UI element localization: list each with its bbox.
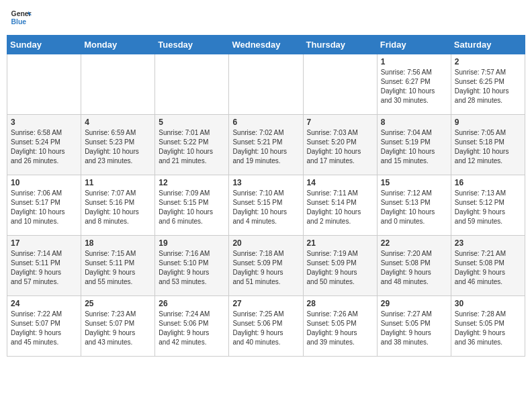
calendar-cell: 29Sunrise: 7:27 AM Sunset: 5:05 PM Dayli… bbox=[377, 296, 451, 357]
day-info: Sunrise: 7:26 AM Sunset: 5:05 PM Dayligh… bbox=[307, 310, 373, 347]
day-info: Sunrise: 7:56 AM Sunset: 6:27 PM Dayligh… bbox=[381, 68, 447, 105]
day-number: 2 bbox=[455, 57, 521, 66]
day-info: Sunrise: 7:12 AM Sunset: 5:13 PM Dayligh… bbox=[381, 189, 447, 226]
day-number: 26 bbox=[159, 299, 225, 308]
day-number: 21 bbox=[307, 238, 373, 248]
calendar-cell: 28Sunrise: 7:26 AM Sunset: 5:05 PM Dayli… bbox=[303, 296, 377, 357]
calendar-cell: 8Sunrise: 7:04 AM Sunset: 5:19 PM Daylig… bbox=[377, 115, 451, 175]
day-info: Sunrise: 7:11 AM Sunset: 5:14 PM Dayligh… bbox=[307, 189, 373, 226]
calendar-cell: 7Sunrise: 7:03 AM Sunset: 5:20 PM Daylig… bbox=[303, 115, 377, 175]
logo: General Blue bbox=[10, 7, 32, 28]
calendar-cell: 12Sunrise: 7:09 AM Sunset: 5:15 PM Dayli… bbox=[155, 175, 229, 236]
day-info: Sunrise: 7:24 AM Sunset: 5:06 PM Dayligh… bbox=[159, 310, 225, 347]
calendar-cell: 22Sunrise: 7:20 AM Sunset: 5:08 PM Dayli… bbox=[377, 236, 451, 296]
day-number: 14 bbox=[307, 178, 373, 187]
calendar-cell: 13Sunrise: 7:10 AM Sunset: 5:15 PM Dayli… bbox=[229, 175, 303, 236]
day-number: 6 bbox=[232, 118, 299, 127]
calendar-cell: 10Sunrise: 7:06 AM Sunset: 5:17 PM Dayli… bbox=[7, 175, 81, 236]
day-number: 3 bbox=[11, 118, 77, 127]
day-info: Sunrise: 7:09 AM Sunset: 5:15 PM Dayligh… bbox=[159, 189, 225, 226]
calendar-cell: 19Sunrise: 7:16 AM Sunset: 5:10 PM Dayli… bbox=[155, 236, 229, 296]
day-info: Sunrise: 7:10 AM Sunset: 5:15 PM Dayligh… bbox=[232, 189, 299, 226]
day-info: Sunrise: 7:18 AM Sunset: 5:09 PM Dayligh… bbox=[232, 249, 299, 287]
day-info: Sunrise: 7:15 AM Sunset: 5:11 PM Dayligh… bbox=[85, 249, 151, 287]
day-number: 10 bbox=[11, 178, 77, 187]
day-number: 18 bbox=[85, 238, 151, 248]
day-info: Sunrise: 7:14 AM Sunset: 5:11 PM Dayligh… bbox=[11, 249, 77, 287]
day-info: Sunrise: 7:05 AM Sunset: 5:18 PM Dayligh… bbox=[455, 128, 521, 166]
day-info: Sunrise: 6:58 AM Sunset: 5:24 PM Dayligh… bbox=[11, 128, 77, 166]
calendar-cell: 3Sunrise: 6:58 AM Sunset: 5:24 PM Daylig… bbox=[7, 115, 81, 175]
day-info: Sunrise: 7:25 AM Sunset: 5:06 PM Dayligh… bbox=[232, 310, 299, 347]
day-info: Sunrise: 7:20 AM Sunset: 5:08 PM Dayligh… bbox=[381, 249, 447, 287]
weekday-header: Thursday bbox=[303, 36, 377, 54]
logo-icon: General Blue bbox=[10, 7, 32, 28]
day-number: 19 bbox=[159, 238, 225, 248]
calendar-week-row: 24Sunrise: 7:22 AM Sunset: 5:07 PM Dayli… bbox=[7, 296, 525, 357]
calendar-cell: 17Sunrise: 7:14 AM Sunset: 5:11 PM Dayli… bbox=[7, 236, 81, 296]
day-info: Sunrise: 7:13 AM Sunset: 5:12 PM Dayligh… bbox=[455, 189, 521, 226]
day-info: Sunrise: 7:21 AM Sunset: 5:08 PM Dayligh… bbox=[455, 249, 521, 287]
day-number: 12 bbox=[159, 178, 225, 187]
day-number: 16 bbox=[455, 178, 521, 187]
day-number: 17 bbox=[11, 238, 77, 248]
day-info: Sunrise: 7:06 AM Sunset: 5:17 PM Dayligh… bbox=[11, 189, 77, 226]
day-number: 7 bbox=[307, 118, 373, 127]
calendar-cell: 6Sunrise: 7:02 AM Sunset: 5:21 PM Daylig… bbox=[229, 115, 303, 175]
calendar-cell: 30Sunrise: 7:28 AM Sunset: 5:05 PM Dayli… bbox=[451, 296, 525, 357]
calendar-cell: 25Sunrise: 7:23 AM Sunset: 5:07 PM Dayli… bbox=[81, 296, 155, 357]
day-info: Sunrise: 7:22 AM Sunset: 5:07 PM Dayligh… bbox=[11, 310, 77, 347]
day-number: 24 bbox=[11, 299, 77, 308]
page-header: General Blue bbox=[7, 7, 525, 28]
day-number: 28 bbox=[307, 299, 373, 308]
weekday-header-row: SundayMondayTuesdayWednesdayThursdayFrid… bbox=[7, 36, 525, 54]
day-info: Sunrise: 7:07 AM Sunset: 5:16 PM Dayligh… bbox=[85, 189, 151, 226]
calendar-cell: 27Sunrise: 7:25 AM Sunset: 5:06 PM Dayli… bbox=[229, 296, 303, 357]
calendar-cell: 14Sunrise: 7:11 AM Sunset: 5:14 PM Dayli… bbox=[303, 175, 377, 236]
calendar-cell: 5Sunrise: 7:01 AM Sunset: 5:22 PM Daylig… bbox=[155, 115, 229, 175]
calendar-cell bbox=[229, 54, 303, 115]
day-number: 22 bbox=[381, 238, 447, 248]
calendar-cell bbox=[81, 54, 155, 115]
weekday-header: Sunday bbox=[7, 36, 81, 54]
day-info: Sunrise: 7:04 AM Sunset: 5:19 PM Dayligh… bbox=[381, 128, 447, 166]
calendar-cell: 26Sunrise: 7:24 AM Sunset: 5:06 PM Dayli… bbox=[155, 296, 229, 357]
day-number: 1 bbox=[381, 57, 447, 66]
calendar-cell: 2Sunrise: 7:57 AM Sunset: 6:25 PM Daylig… bbox=[451, 54, 525, 115]
calendar-cell: 9Sunrise: 7:05 AM Sunset: 5:18 PM Daylig… bbox=[451, 115, 525, 175]
day-number: 8 bbox=[381, 118, 447, 127]
calendar-week-row: 3Sunrise: 6:58 AM Sunset: 5:24 PM Daylig… bbox=[7, 115, 525, 175]
day-number: 9 bbox=[455, 118, 521, 127]
weekday-header: Wednesday bbox=[229, 36, 303, 54]
day-info: Sunrise: 6:59 AM Sunset: 5:23 PM Dayligh… bbox=[85, 128, 151, 166]
svg-text:Blue: Blue bbox=[11, 18, 27, 26]
day-number: 15 bbox=[381, 178, 447, 187]
day-info: Sunrise: 7:19 AM Sunset: 5:09 PM Dayligh… bbox=[307, 249, 373, 287]
day-number: 11 bbox=[85, 178, 151, 187]
weekday-header: Monday bbox=[81, 36, 155, 54]
weekday-header: Saturday bbox=[451, 36, 525, 54]
calendar-cell: 23Sunrise: 7:21 AM Sunset: 5:08 PM Dayli… bbox=[451, 236, 525, 296]
weekday-header: Tuesday bbox=[155, 36, 229, 54]
calendar-cell: 15Sunrise: 7:12 AM Sunset: 5:13 PM Dayli… bbox=[377, 175, 451, 236]
day-info: Sunrise: 7:23 AM Sunset: 5:07 PM Dayligh… bbox=[85, 310, 151, 347]
day-number: 29 bbox=[381, 299, 447, 308]
calendar-cell: 4Sunrise: 6:59 AM Sunset: 5:23 PM Daylig… bbox=[81, 115, 155, 175]
calendar-cell bbox=[155, 54, 229, 115]
calendar-cell: 1Sunrise: 7:56 AM Sunset: 6:27 PM Daylig… bbox=[377, 54, 451, 115]
calendar-cell: 24Sunrise: 7:22 AM Sunset: 5:07 PM Dayli… bbox=[7, 296, 81, 357]
day-number: 13 bbox=[232, 178, 299, 187]
day-number: 30 bbox=[455, 299, 521, 308]
day-info: Sunrise: 7:01 AM Sunset: 5:22 PM Dayligh… bbox=[159, 128, 225, 166]
day-info: Sunrise: 7:02 AM Sunset: 5:21 PM Dayligh… bbox=[232, 128, 299, 166]
calendar-cell bbox=[303, 54, 377, 115]
calendar-cell: 21Sunrise: 7:19 AM Sunset: 5:09 PM Dayli… bbox=[303, 236, 377, 296]
day-number: 4 bbox=[85, 118, 151, 127]
day-info: Sunrise: 7:28 AM Sunset: 5:05 PM Dayligh… bbox=[455, 310, 521, 347]
day-info: Sunrise: 7:57 AM Sunset: 6:25 PM Dayligh… bbox=[455, 68, 521, 105]
calendar-cell: 20Sunrise: 7:18 AM Sunset: 5:09 PM Dayli… bbox=[229, 236, 303, 296]
day-info: Sunrise: 7:16 AM Sunset: 5:10 PM Dayligh… bbox=[159, 249, 225, 287]
day-number: 20 bbox=[232, 238, 299, 248]
weekday-header: Friday bbox=[377, 36, 451, 54]
day-number: 23 bbox=[455, 238, 521, 248]
